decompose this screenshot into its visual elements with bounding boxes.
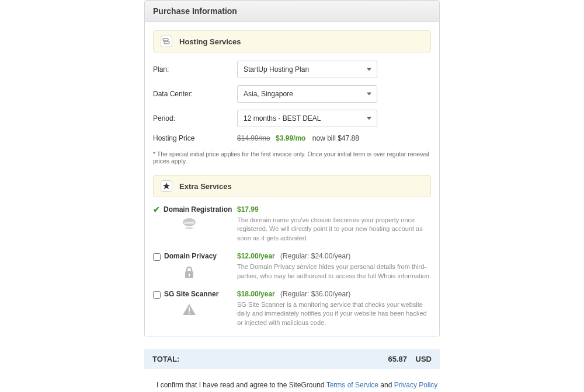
site-scanner-desc: SG Site Scanner is a monitoring service …: [237, 300, 431, 327]
datacenter-label: Data Center:: [153, 90, 237, 98]
site-scanner-label: SG Site Scanner: [164, 290, 218, 298]
svg-marker-2: [163, 183, 170, 190]
domain-registration-desc: The domain name you've chosen becomes yo…: [237, 216, 431, 243]
site-scanner-checkbox[interactable]: [153, 291, 161, 299]
svg-rect-0: [163, 38, 168, 41]
hosting-price-values: $14.99/mo $3.99/mo now bill $47.88: [237, 134, 431, 142]
total-label: TOTAL:: [152, 355, 179, 363]
privacy-policy-link[interactable]: Privacy Policy: [394, 381, 438, 389]
domain-registration-row: ✔ Domain Registration WWW $17.99: [153, 205, 431, 243]
plan-label: Plan:: [153, 65, 237, 74]
domain-privacy-label: Domain Privacy: [164, 252, 217, 260]
total-currency: USD: [416, 355, 432, 363]
hosting-icon: [161, 36, 172, 47]
extra-services-title: Extra Services: [179, 182, 232, 191]
site-scanner-price: $18.00/year: [237, 290, 275, 298]
terms-of-service-link[interactable]: Terms of Service: [326, 381, 378, 389]
www-icon: WWW: [153, 218, 225, 230]
pricing-note: * The special initial price applies for …: [153, 150, 431, 164]
datacenter-select[interactable]: Asia, Singapore: [237, 85, 377, 103]
domain-privacy-checkbox[interactable]: [153, 253, 161, 261]
svg-rect-9: [189, 307, 190, 312]
total-amount: 65.87: [388, 355, 408, 363]
domain-registration-price: $17.99: [237, 205, 259, 214]
price-now-bill: now bill $47.88: [312, 134, 359, 142]
check-icon: ✔: [153, 205, 160, 214]
domain-privacy-row: Domain Privacy $12.00/year (Regular: $24…: [153, 252, 431, 281]
domain-privacy-regular: (Regular: $24.00/year): [280, 252, 350, 260]
total-bar: TOTAL: 65.87 USD: [144, 349, 440, 369]
domain-registration-label: Domain Registration: [164, 205, 232, 214]
plan-select[interactable]: StartUp Hosting Plan: [237, 61, 377, 78]
panel-title: Purchase Information: [145, 1, 439, 22]
svg-rect-7: [189, 274, 190, 276]
terms-checkbox[interactable]: [144, 381, 152, 392]
period-select[interactable]: 12 months - BEST DEAL: [237, 110, 377, 127]
svg-point-5: [185, 227, 193, 229]
purchase-panel: Purchase Information Hosting Services Pl…: [144, 0, 440, 337]
period-label: Period:: [153, 114, 237, 123]
domain-privacy-desc: The Domain Privacy service hides your pe…: [237, 262, 431, 281]
hosting-services-title: Hosting Services: [179, 37, 241, 46]
price-new: $3.99/mo: [276, 134, 305, 142]
hosting-services-band: Hosting Services: [153, 30, 431, 52]
warning-icon: [153, 303, 225, 316]
lock-icon: [153, 265, 225, 279]
svg-rect-1: [164, 41, 169, 44]
site-scanner-row: SG Site Scanner $18.00/year (Regular: $3…: [153, 290, 431, 327]
svg-rect-10: [189, 313, 190, 314]
extra-services-band: Extra Services: [153, 175, 431, 197]
domain-privacy-price: $12.00/year: [237, 252, 275, 260]
star-icon: [161, 180, 172, 192]
site-scanner-regular: (Regular: $36.00/year): [280, 290, 350, 298]
hosting-price-label: Hosting Price: [153, 134, 237, 142]
terms-text: I confirm that I have read and agree to …: [157, 380, 440, 392]
price-old: $14.99/mo: [237, 134, 270, 142]
svg-text:WWW: WWW: [185, 221, 194, 225]
